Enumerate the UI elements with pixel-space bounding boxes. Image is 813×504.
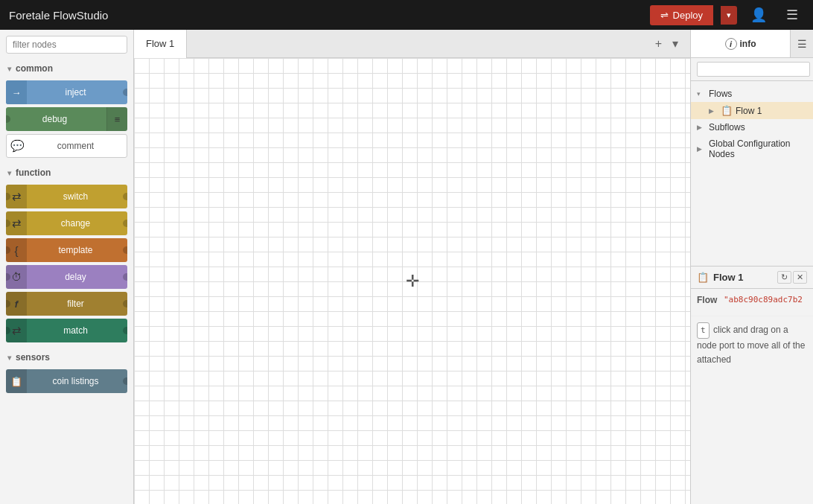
node-group-function-header[interactable]: ▾ function	[0, 164, 133, 182]
filter-nodes-input[interactable]	[6, 36, 127, 54]
right-tab-menu-button[interactable]: ☰	[791, 30, 813, 57]
app-title: Foretale FlowStudio	[9, 9, 643, 22]
flow1-bottom-label: Flow 1	[713, 272, 743, 283]
template-port-right	[123, 246, 127, 254]
inject-icon: →	[6, 80, 27, 104]
canvas-area: Flow 1 + ▾ ✛	[134, 30, 690, 504]
canvas-cursor-icon: ✛	[406, 272, 419, 291]
menu-button[interactable]: ☰	[780, 4, 804, 26]
right-search-input[interactable]	[697, 62, 810, 77]
node-group-sensors: ▾ sensors 📋 coin listings	[0, 348, 133, 396]
chevron-right-icon: ▶	[709, 107, 718, 115]
chevron-down-icon: ▾	[7, 65, 11, 73]
flow-property-key: Flow	[697, 295, 719, 305]
deploy-icon: ⇌	[660, 10, 669, 21]
chevron-right-icon: ▶	[697, 124, 706, 131]
filter-port-right	[123, 300, 127, 307]
node-filter[interactable]: f filter	[6, 292, 127, 316]
flow-property-row: Flow "ab8c90c89adc7b2	[697, 295, 807, 305]
right-sidebar: i info ☰ 🔍 ▾ Flows ▶ 📋 Flow 1 ▶	[690, 30, 813, 504]
refresh-button[interactable]: ↻	[777, 271, 791, 284]
right-search-bar: 🔍	[691, 58, 813, 81]
right-bottom-actions: ↻ ✕	[777, 271, 807, 284]
node-template[interactable]: { template	[6, 238, 127, 262]
help-action-text: click	[713, 325, 730, 335]
node-group-common: ▾ common → inject debug ≡ 💬	[0, 60, 133, 161]
tab-info[interactable]: i info	[691, 30, 791, 57]
canvas-tabs: Flow 1 + ▾	[134, 30, 690, 58]
tree-flow1-label: Flow 1	[736, 106, 807, 116]
delay-label: delay	[27, 272, 127, 282]
chevron-down-icon: ▾	[7, 169, 11, 177]
right-bottom-body: Flow "ab8c90c89adc7b2	[691, 289, 813, 316]
group-common-label: common	[16, 63, 53, 74]
right-bottom-panel: 📋 Flow 1 ↻ ✕ Flow "ab8c90c89adc7b2 t cli…	[691, 266, 813, 504]
tab-menu-button[interactable]: ▾	[668, 35, 683, 52]
coin-listings-icon: 📋	[6, 369, 27, 393]
node-comment[interactable]: 💬 comment	[6, 134, 127, 158]
template-label: template	[27, 245, 127, 255]
tree-subflows[interactable]: ▶ Subflows	[691, 119, 813, 135]
match-port-right	[123, 327, 127, 334]
tree-global-config-label: Global Configuration Nodes	[709, 138, 807, 159]
right-tabs: i info ☰	[691, 30, 813, 58]
chevron-down-icon: ▾	[697, 90, 706, 98]
close-panel-button[interactable]: ✕	[793, 271, 807, 284]
switch-label: switch	[27, 191, 127, 202]
deploy-button[interactable]: ⇌ Deploy	[650, 5, 713, 25]
node-coin-listings[interactable]: 📋 coin listings	[6, 369, 127, 393]
group-function-label: function	[16, 168, 51, 178]
node-delay[interactable]: ⏱ delay	[6, 265, 127, 289]
node-group-function: ▾ function ⇄ switch ⇄ change	[0, 164, 133, 345]
right-bottom-title: 📋 Flow 1	[697, 272, 773, 283]
user-button[interactable]: 👤	[745, 4, 773, 26]
inject-label: inject	[27, 87, 127, 98]
tree-subflows-label: Subflows	[709, 122, 807, 133]
help-key-icon: t	[697, 322, 710, 339]
flow1-bottom-icon: 📋	[697, 272, 709, 283]
debug-icon: ≡	[106, 107, 127, 131]
change-port-right	[123, 220, 127, 227]
common-node-list: → inject debug ≡ 💬 comment	[0, 77, 133, 161]
flow1-icon: 📋	[721, 105, 733, 116]
main-area: ▾ common → inject debug ≡ 💬	[0, 30, 813, 504]
right-tree-content: ▾ Flows ▶ 📋 Flow 1 ▶ Subflows ▶ Global C…	[691, 81, 813, 266]
add-tab-button[interactable]: +	[651, 36, 666, 52]
coin-listings-label: coin listings	[27, 376, 127, 386]
canvas-grid[interactable]: ✛	[134, 58, 690, 504]
debug-label: debug	[6, 114, 106, 124]
right-bottom-help: t click and drag on a node port to move …	[691, 316, 813, 373]
comment-label: comment	[28, 141, 127, 151]
left-sidebar: ▾ common → inject debug ≡ 💬	[0, 30, 134, 504]
info-tab-label: info	[740, 39, 756, 49]
node-switch[interactable]: ⇄ switch	[6, 185, 127, 208]
node-debug[interactable]: debug ≡	[6, 107, 127, 131]
node-inject[interactable]: → inject	[6, 80, 127, 104]
switch-port-right	[123, 193, 127, 200]
canvas-tab-flow1[interactable]: Flow 1	[134, 30, 187, 58]
node-change[interactable]: ⇄ change	[6, 211, 127, 235]
node-group-common-header[interactable]: ▾ common	[0, 60, 133, 77]
tree-flows-label: Flows	[709, 89, 807, 99]
function-node-list: ⇄ switch ⇄ change { template	[0, 182, 133, 345]
filter-label: filter	[27, 299, 127, 309]
deploy-dropdown-button[interactable]: ▾	[721, 6, 737, 25]
group-sensors-label: sensors	[16, 352, 50, 363]
tree-flow1[interactable]: ▶ 📋 Flow 1	[691, 102, 813, 119]
sensors-node-list: 📋 coin listings	[0, 366, 133, 396]
flow-property-value: "ab8c90c89adc7b2	[724, 295, 803, 304]
tree-flows[interactable]: ▾ Flows	[691, 86, 813, 102]
inject-port-right	[123, 89, 127, 96]
info-icon: i	[725, 38, 737, 50]
node-match[interactable]: ⇄ match	[6, 319, 127, 342]
node-group-sensors-header[interactable]: ▾ sensors	[0, 348, 133, 366]
tree-global-config[interactable]: ▶ Global Configuration Nodes	[691, 135, 813, 162]
chevron-right-icon: ▶	[697, 145, 706, 153]
chevron-down-icon: ▾	[7, 354, 11, 362]
topbar: Foretale FlowStudio ⇌ Deploy ▾ 👤 ☰	[0, 0, 813, 30]
deploy-label: Deploy	[673, 10, 703, 21]
comment-icon: 💬	[7, 134, 28, 158]
delay-port-right	[123, 273, 127, 281]
canvas-tab-actions: + ▾	[651, 35, 690, 52]
match-label: match	[27, 325, 127, 336]
